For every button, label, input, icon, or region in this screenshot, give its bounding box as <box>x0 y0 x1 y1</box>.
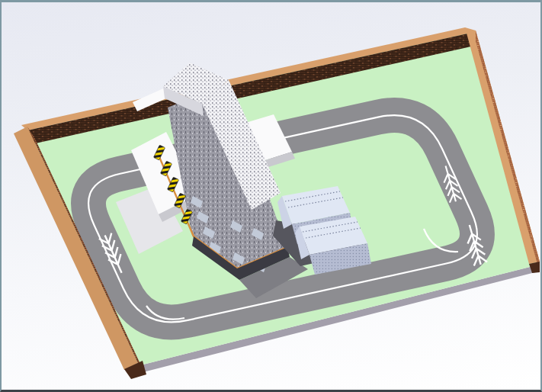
3d-viewport[interactable] <box>2 2 540 390</box>
cad-viewport-window <box>0 0 542 392</box>
